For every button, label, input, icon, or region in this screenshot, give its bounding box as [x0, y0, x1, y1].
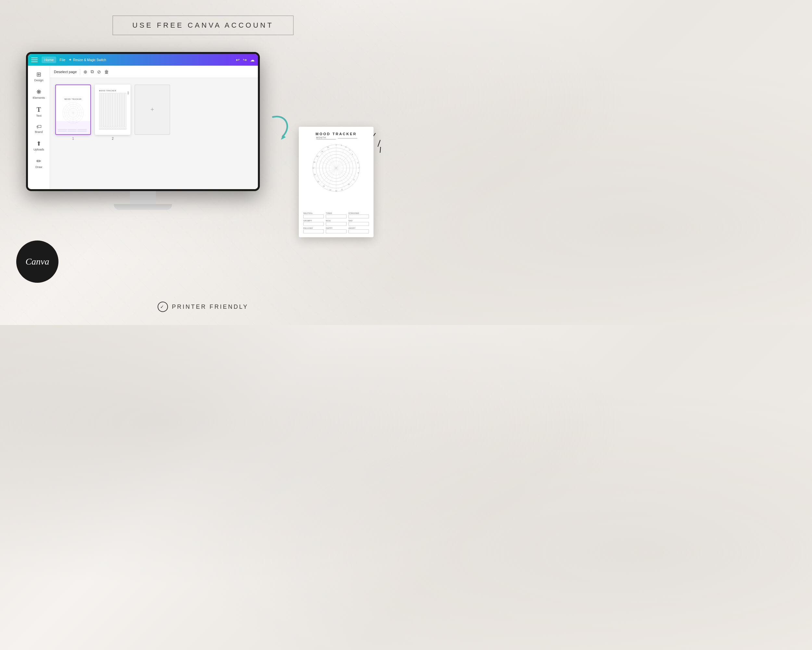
undo-icon[interactable]: ↩ [236, 57, 240, 63]
canva-content: Deselect page ⊕ ⧉ ⊘ 🗑 [50, 66, 258, 189]
legend-sad-box [348, 222, 369, 226]
legend-relaxed-box [303, 229, 324, 233]
sidebar-item-draw[interactable]: ✏ Draw [29, 155, 49, 171]
nav-file[interactable]: File [57, 57, 68, 63]
deselect-page-btn[interactable]: Deselect page [54, 70, 77, 74]
uploads-icon: ⬆ [37, 140, 41, 147]
legend-angry: ANGRY [348, 227, 369, 233]
svg-text:11: 11 [341, 188, 343, 190]
redo-icon[interactable]: ↪ [243, 57, 247, 63]
legend-nice-label: NICE [326, 220, 346, 222]
cloud-icon[interactable]: ☁ [250, 57, 255, 63]
svg-text:5: 5 [352, 153, 353, 155]
bottom-text-label: PRINTER FRIENDLY [172, 304, 249, 310]
legend-angry-box [348, 229, 369, 233]
page-thumb-inner-1: MOOD TRACKER [55, 84, 91, 135]
sidebar-item-elements[interactable]: ❋ Elements [29, 86, 49, 102]
legend-neutral-box [303, 214, 324, 219]
page2-content: MOOD TRACKER [97, 88, 128, 132]
page-thumb-inner-2: MOOD TRACKER [95, 84, 131, 135]
brand-icon: 🏷 [37, 124, 41, 130]
legend-happy-label: HAPPY [326, 227, 346, 229]
nav-magic[interactable]: ✦ Resize & Magic Switch [69, 58, 106, 62]
legend-tired-box [326, 214, 346, 219]
legend-relaxed-label: RELAXED [303, 227, 324, 229]
add-page-btn[interactable]: + [134, 84, 170, 135]
top-banner-text: USE FREE CANVA ACCOUNT [133, 21, 274, 29]
legend-grumpy-label: GRUMPY [303, 220, 324, 222]
svg-text:6: 6 [358, 162, 359, 164]
svg-text:20: 20 [321, 150, 323, 153]
sidebar-item-brand[interactable]: 🏷 Brand [29, 121, 49, 136]
legend-tired: TIRED [326, 212, 346, 219]
check-icon: ✓ [157, 301, 168, 312]
sidebar-item-design[interactable]: ⊞ Design [29, 68, 49, 84]
page1-highlight-bg [56, 121, 90, 134]
legend-happy: HAPPY [326, 227, 346, 233]
legend-stressed-box [348, 214, 369, 219]
page2-title: MOOD TRACKER [99, 90, 126, 92]
svg-text:4: 4 [350, 149, 351, 151]
delete-page-icon[interactable]: 🗑 [104, 69, 109, 75]
svg-text:13: 13 [329, 189, 331, 191]
monitor-inner: Home File ✦ Resize & Magic Switch ↩ ↪ ☁ [28, 54, 258, 189]
svg-text:15: 15 [317, 181, 319, 183]
svg-text:19: 19 [316, 155, 318, 157]
page-num-2: 2 [112, 137, 114, 141]
legend-nice-box [326, 222, 346, 226]
page1-circle-svg [62, 101, 84, 124]
monitor-stand [26, 191, 260, 210]
paper-circle-svg: 1 2 3 4 5 6 7 8 9 10 11 12 13 14 15 16 1… [310, 142, 362, 194]
nav-home[interactable]: Home [41, 57, 56, 63]
elements-icon: ❋ [37, 89, 41, 96]
page-thumb-2[interactable]: MOOD TRACKER [95, 84, 131, 141]
sidebar-label-draw: Draw [35, 165, 42, 169]
page-num-1: 1 [72, 137, 74, 141]
paper-title: MOOD TRACKER [315, 132, 357, 136]
legend-stressed: STRESSED [348, 212, 369, 219]
design-icon: ⊞ [37, 71, 41, 78]
svg-marker-12 [281, 135, 286, 140]
canva-pages: MOOD TRACKER [50, 78, 258, 189]
page1-title: MOOD TRACKER [65, 98, 82, 100]
sidebar-label-elements: Elements [33, 96, 45, 99]
svg-text:3: 3 [346, 146, 346, 148]
sidebar-item-uploads[interactable]: ⬆ Uploads [29, 138, 49, 154]
add-page-icon[interactable]: ⊕ [84, 69, 87, 75]
svg-text:8: 8 [358, 172, 359, 174]
legend-neutral-label: NEUTRAL [303, 212, 324, 214]
mood-paper: MOOD TRACKER MONTH [299, 127, 374, 237]
page-thumb-1[interactable]: MOOD TRACKER [55, 84, 91, 141]
sidebar-item-text[interactable]: T Text [29, 103, 49, 120]
hamburger-menu[interactable] [31, 58, 38, 62]
legend-tired-label: TIRED [326, 212, 346, 214]
topbar-actions: ↩ ↪ ☁ [236, 57, 255, 63]
stand-neck [130, 191, 156, 204]
svg-text:9: 9 [354, 179, 355, 181]
canva-main: ⊞ Design ❋ Elements T Text 🏷 [28, 66, 258, 189]
monitor-wrapper: Home File ✦ Resize & Magic Switch ↩ ↪ ☁ [26, 52, 260, 210]
svg-text:1: 1 [336, 144, 337, 146]
paper-month: MONTH [315, 136, 358, 139]
legend-sad: SAD [348, 220, 369, 226]
legend-grumpy: GRUMPY [303, 220, 324, 226]
monitor-screen: Home File ✦ Resize & Magic Switch ↩ ↪ ☁ [26, 52, 260, 191]
svg-text:18: 18 [313, 161, 315, 163]
sparkle-2 [377, 140, 380, 147]
sidebar-label-design: Design [34, 79, 43, 82]
draw-icon: ✏ [37, 158, 41, 165]
copy-page-icon[interactable]: ⧉ [91, 69, 94, 75]
hide-page-icon[interactable]: ⊘ [97, 69, 101, 75]
legend-grumpy-box [303, 222, 324, 226]
legend-happy-box [326, 229, 346, 233]
magic-star-icon: ✦ [69, 58, 72, 62]
page-wrapper: USE FREE CANVA ACCOUNT Home File ✦ Resiz… [0, 0, 406, 325]
svg-text:7: 7 [359, 167, 360, 169]
nav-magic-label: Resize & Magic Switch [73, 58, 106, 62]
legend-neutral: NEUTRAL [303, 212, 324, 219]
arrow-wrapper [266, 110, 299, 143]
svg-text:16: 16 [314, 174, 316, 176]
legend-stressed-label: STRESSED [348, 212, 369, 214]
stand-base [114, 204, 172, 210]
text-icon: T [37, 106, 41, 113]
